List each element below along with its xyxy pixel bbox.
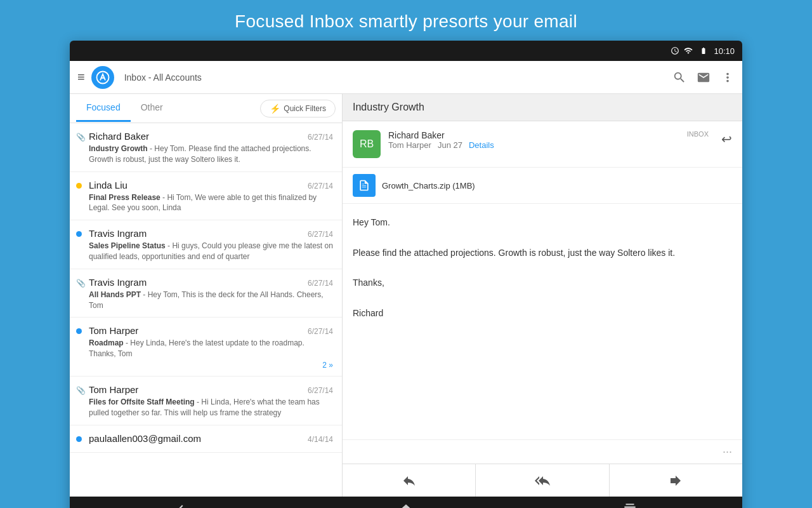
email-preview: Industry Growth - Hey Tom. Please find t… (89, 144, 333, 165)
email-preview: Files for Offsite Staff Meeting - Hi Lin… (89, 397, 333, 418)
body-line: Richard (353, 306, 732, 321)
email-item-header: paulaallen003@gmail.com 4/14/14 (89, 433, 333, 444)
attachment-indicator: 📎 (76, 386, 86, 395)
email-date: 4/14/14 (308, 435, 333, 444)
email-detail-panel: Industry Growth RB Richard Baker Tom Har… (343, 94, 742, 497)
email-items-list: 📎 Richard Baker 6/27/14 Industry Growth … (70, 123, 342, 497)
email-date: 6/27/14 (308, 279, 333, 288)
lightning-icon: ⚡ (270, 104, 280, 114)
email-detail-header: RB Richard Baker Tom Harper Jun 27 Detai… (343, 121, 742, 168)
back-button[interactable] (155, 497, 209, 508)
page-header: Focused Inbox smartly presorts your emai… (0, 0, 812, 41)
status-bar: 10:10 (70, 41, 742, 61)
quick-filters-button[interactable]: ⚡ Quick Filters (260, 100, 336, 117)
app-logo (91, 66, 114, 89)
battery-icon (697, 47, 710, 55)
compose-icon[interactable] (697, 70, 710, 84)
email-subject: Industry Growth (353, 102, 424, 112)
details-link[interactable]: Details (469, 140, 494, 150)
email-preview: Final Press Release - Hi Tom, We were ab… (89, 192, 333, 214)
attachment-indicator: 📎 (76, 279, 86, 288)
app-bar-title: Inbox - All Accounts (121, 72, 666, 83)
email-date: 6/27/14 (308, 133, 333, 142)
forward-button[interactable] (610, 464, 742, 497)
tab-other[interactable]: Other (131, 95, 173, 122)
app-bar-actions (672, 70, 735, 84)
list-item[interactable]: 📎 Richard Baker 6/27/14 Industry Growth … (70, 123, 342, 172)
home-button[interactable] (379, 497, 433, 508)
thread-count-row: 2 » (89, 361, 333, 370)
email-sender: Tom Harper (89, 384, 138, 395)
tabs-bar: Focused Other ⚡ Quick Filters (70, 94, 342, 123)
email-sender: Travis Ingram (89, 228, 147, 239)
quick-filters-label: Quick Filters (284, 104, 326, 113)
document-icon (358, 179, 370, 192)
email-preview: All Hands PPT - Hey Tom, This is the dec… (89, 290, 333, 311)
email-preview: Roadmap - Hey Linda, Here's the latest u… (89, 338, 333, 359)
hamburger-menu[interactable]: ≡ (77, 70, 85, 84)
email-date: 6/27/14 (308, 182, 333, 190)
email-date: 6/27/14 (308, 327, 333, 336)
email-sender: Travis Ingram (89, 277, 147, 288)
home-icon (398, 502, 414, 508)
list-item[interactable]: Linda Liu 6/27/14 Final Press Release - … (70, 172, 342, 221)
avatar: RB (353, 130, 381, 158)
email-to-date: Tom Harper Jun 27 Details (388, 140, 679, 150)
main-content: Focused Other ⚡ Quick Filters 📎 Richard … (70, 94, 742, 497)
recents-icon (622, 502, 638, 508)
email-item-header: Richard Baker 6/27/14 (89, 131, 333, 142)
email-actions-bar (343, 464, 742, 497)
reply-icon[interactable]: ↩ (721, 131, 732, 147)
attachment-indicator: 📎 (76, 133, 86, 142)
email-item-header: Travis Ingram 6/27/14 (89, 277, 333, 288)
forward-icon (668, 473, 683, 488)
attachment-name: Growth_Charts.zip (1MB) (382, 181, 475, 190)
unread-dot (76, 436, 82, 442)
more-icon[interactable] (721, 70, 735, 84)
logo-icon (96, 70, 110, 84)
email-sender: paulaallen003@gmail.com (89, 433, 201, 444)
file-icon (353, 174, 376, 197)
email-meta: Richard Baker Tom Harper Jun 27 Details (388, 130, 679, 150)
unread-dot (76, 328, 82, 334)
email-date-detail: Jun 27 (438, 140, 462, 150)
email-sender: Tom Harper (89, 325, 138, 336)
wifi-icon (683, 46, 693, 55)
recents-button[interactable] (603, 497, 657, 508)
body-line: Hey Tom. (353, 215, 732, 231)
email-item-header: Travis Ingram 6/27/14 (89, 228, 333, 239)
email-preview: Sales Pipeline Status - Hi guys, Could y… (89, 241, 333, 262)
reply-all-icon (535, 473, 550, 488)
body-line: Thanks, (353, 276, 732, 291)
reply-button[interactable] (343, 464, 476, 497)
tab-focused[interactable]: Focused (76, 95, 131, 122)
bottom-nav (70, 497, 742, 508)
inbox-label: INBOX (687, 130, 709, 138)
unread-dot (76, 231, 82, 237)
attachment-row: Growth_Charts.zip (1MB) (343, 168, 742, 204)
list-item[interactable]: paulaallen003@gmail.com 4/14/14 (70, 425, 342, 453)
email-item-header: Tom Harper 6/27/14 (89, 384, 333, 395)
email-date: 6/27/14 (308, 386, 333, 395)
body-line: Please find the attached projections. Gr… (353, 246, 732, 261)
more-actions-dots[interactable]: ··· (343, 439, 742, 464)
avatar-initials: RB (360, 138, 374, 150)
reply-icon (402, 473, 417, 488)
back-icon (174, 502, 190, 508)
list-item[interactable]: Travis Ingram 6/27/14 Sales Pipeline Sta… (70, 220, 342, 269)
email-item-header: Linda Liu 6/27/14 (89, 180, 333, 190)
list-item[interactable]: 📎 Tom Harper 6/27/14 Files for Offsite S… (70, 377, 342, 425)
alarm-icon (671, 46, 679, 55)
email-body: Hey Tom. Please find the attached projec… (343, 204, 742, 439)
device-frame: 10:10 ≡ Inbox - All Accounts (70, 41, 742, 508)
email-to: Tom Harper (388, 140, 431, 150)
status-icons: 10:10 (671, 46, 735, 56)
search-icon[interactable] (672, 70, 686, 84)
list-item[interactable]: 📎 Travis Ingram 6/27/14 All Hands PPT - … (70, 269, 342, 318)
app-bar: ≡ Inbox - All Accounts (70, 61, 742, 94)
email-sender: Linda Liu (89, 180, 128, 190)
reply-all-button[interactable] (476, 464, 609, 497)
thread-count: 2 » (322, 361, 333, 370)
header-title: Focused Inbox smartly presorts your emai… (235, 11, 577, 31)
list-item[interactable]: Tom Harper 6/27/14 Roadmap - Hey Linda, … (70, 318, 342, 377)
